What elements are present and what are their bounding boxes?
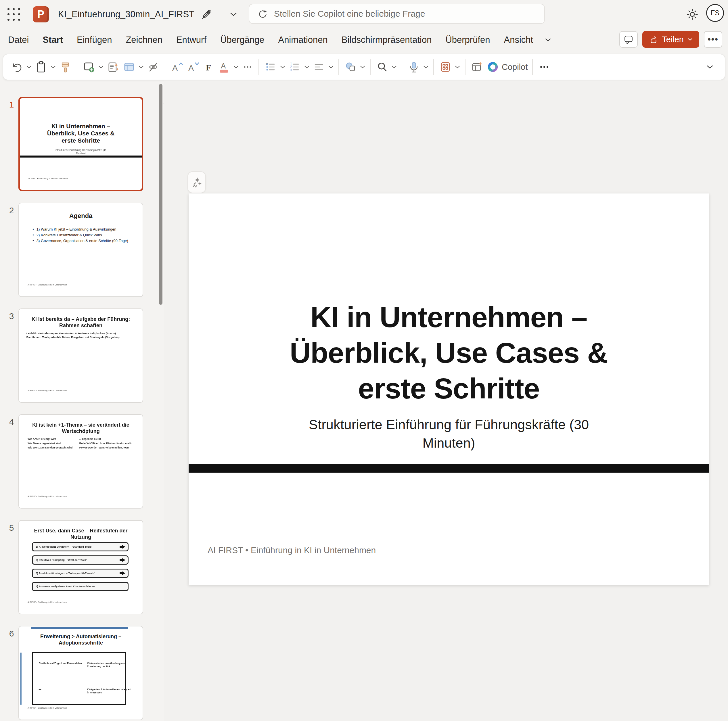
thumbnail-quadrant-text: — xyxy=(39,688,83,691)
slide-title-line: KI in Unternehmen – xyxy=(189,299,709,335)
format-painter-icon[interactable] xyxy=(57,59,73,75)
thumbnail-footer: AI FIRST • Einführung in KI in Unternehm… xyxy=(29,177,68,179)
layout-dropdown-chevron-icon[interactable] xyxy=(137,64,145,70)
ribbon-overflow-ellipsis-icon[interactable] xyxy=(536,60,552,75)
shapes-button[interactable] xyxy=(343,59,359,75)
designer-icon[interactable] xyxy=(105,59,121,75)
font-color-dropdown-chevron-icon[interactable] xyxy=(232,64,240,70)
new-slide-button[interactable] xyxy=(81,59,97,75)
copilot-button[interactable]: Copilot xyxy=(485,59,529,75)
powerpoint-web-app: P KI_Einfuehrung_30min_AI_FIRST Stellen … xyxy=(0,0,728,721)
thumbnail-number: 2 xyxy=(6,206,17,215)
collapse-ribbon-chevron-icon[interactable] xyxy=(705,63,715,71)
menu-tab-datei[interactable]: Datei xyxy=(8,35,29,45)
thumbnail-step-box: 4) Prozesse analysieren & mit KI automat… xyxy=(32,582,128,591)
hide-slide-icon[interactable] xyxy=(145,59,161,75)
new-slide-dropdown-chevron-icon[interactable] xyxy=(97,64,105,70)
paste-button[interactable] xyxy=(33,59,49,75)
increase-font-size-button[interactable]: A xyxy=(169,59,185,75)
powerpoint-app-icon[interactable]: P xyxy=(33,6,49,23)
menu-tab-entwurf[interactable]: Entwurf xyxy=(176,35,206,45)
slide-subtitle[interactable]: Strukturierte Einführung für Führungskrä… xyxy=(189,415,709,452)
thumbnail-step-boxes: 1) KI-Kompetenz verankern – 'Standard-To… xyxy=(32,542,128,595)
menu-overflow-chevron-icon[interactable] xyxy=(544,38,551,42)
menu-tab-animationen[interactable]: Animationen xyxy=(278,35,327,45)
copilot-search-input[interactable]: Stellen Sie Copilot eine beliebige Frage xyxy=(249,4,545,24)
slide-grid-dropdown-chevron-icon[interactable] xyxy=(453,64,462,70)
menu-tab-bildschirmpräsentation[interactable]: Bildschirmpräsentation xyxy=(341,35,432,45)
ribbon-toolbar: A A F A xyxy=(3,54,725,80)
comments-button[interactable] xyxy=(619,31,638,48)
user-avatar[interactable]: FS xyxy=(706,4,724,22)
undo-button[interactable] xyxy=(9,59,25,75)
menu-tab-übergänge[interactable]: Übergänge xyxy=(220,35,264,45)
search-button[interactable] xyxy=(374,59,390,75)
comment-icon xyxy=(623,34,634,45)
layout-icon[interactable] xyxy=(121,59,137,75)
slide-thumbnail-6[interactable]: Erweiterung > Automatisierung –Adoptions… xyxy=(18,626,143,720)
slide-thumbnail-1[interactable]: KI in Unternehmen –Überblick, Use Cases … xyxy=(18,97,143,191)
shapes-dropdown-chevron-icon[interactable] xyxy=(359,64,367,70)
share-button[interactable]: Teilen xyxy=(642,31,699,48)
filename-dropdown-chevron-icon[interactable] xyxy=(230,12,237,17)
thumbnail-divider-bar xyxy=(20,156,142,157)
copilot-button-label: Copilot xyxy=(502,63,528,72)
slide-thumbnail-2[interactable]: Agenda•1) Warum KI jetzt – Einordnung & … xyxy=(18,203,143,297)
slide-title[interactable]: KI in Unternehmen – Überblick, Use Cases… xyxy=(189,299,709,406)
app-launcher-waffle-icon[interactable] xyxy=(6,6,22,23)
font-overflow-ellipsis-icon[interactable] xyxy=(240,60,255,75)
dictate-microphone-button[interactable] xyxy=(406,59,422,75)
paste-dropdown-chevron-icon[interactable] xyxy=(49,64,57,70)
slide-footer[interactable]: AI FIRST • Einführung in KI in Unternehm… xyxy=(208,545,376,555)
thumbnail-quadrant-box xyxy=(32,652,126,705)
menu-tab-ansicht[interactable]: Ansicht xyxy=(504,35,533,45)
designer-suggestions-button[interactable] xyxy=(187,171,206,193)
thumbnail-title: Agenda xyxy=(23,212,139,219)
settings-gear-icon[interactable] xyxy=(685,8,699,21)
slide-grid-view-button[interactable] xyxy=(437,59,453,75)
no-edit-pen-icon xyxy=(200,8,213,21)
menu-tabs: DateiStartEinfügenZeichnenEntwurfÜbergän… xyxy=(8,35,533,45)
thumbnail-footer: AI FIRST • Einführung in KI in Unternehm… xyxy=(28,601,67,603)
menu-tab-einfügen[interactable]: Einfügen xyxy=(77,35,112,45)
dictate-dropdown-chevron-icon[interactable] xyxy=(422,64,430,70)
search-dropdown-chevron-icon[interactable] xyxy=(390,64,398,70)
thumbnail-number: 5 xyxy=(6,523,17,533)
thumbnail-left-accent-bar xyxy=(20,652,21,704)
bullet-list-dropdown-chevron-icon[interactable] xyxy=(278,64,287,70)
arrow-right-icon xyxy=(122,571,125,575)
thumbnail-number: 4 xyxy=(6,417,17,427)
bullet-list-button[interactable] xyxy=(263,59,278,75)
numbered-list-dropdown-chevron-icon[interactable] xyxy=(303,64,311,70)
align-button[interactable] xyxy=(311,59,327,75)
more-options-button[interactable]: ••• xyxy=(704,31,722,48)
font-color-button[interactable]: A xyxy=(216,59,232,75)
svg-text:F: F xyxy=(206,63,211,72)
menu-tab-überprüfen[interactable]: Überprüfen xyxy=(445,35,490,45)
ellipsis-icon: ••• xyxy=(708,35,719,44)
share-button-label: Teilen xyxy=(662,35,684,44)
decrease-font-size-button[interactable]: A xyxy=(185,59,201,75)
slide-divider-bar[interactable] xyxy=(189,464,709,473)
slide-canvas[interactable]: KI in Unternehmen – Überblick, Use Cases… xyxy=(189,194,709,585)
svg-text:3: 3 xyxy=(290,68,292,72)
menu-tab-zeichnen[interactable]: Zeichnen xyxy=(125,35,162,45)
thumbnail-scrollbar[interactable] xyxy=(159,84,162,305)
undo-dropdown-chevron-icon[interactable] xyxy=(25,64,33,70)
slide-thumbnail-5[interactable]: Erst Use, dann Case – Reifestufen derNut… xyxy=(18,520,143,614)
bold-button[interactable]: F xyxy=(201,59,216,75)
share-icon xyxy=(648,35,658,44)
align-dropdown-chevron-icon[interactable] xyxy=(327,64,335,70)
numbered-list-button[interactable]: 1 2 3 xyxy=(287,59,303,75)
slide-thumbnail-4[interactable]: KI ist kein +1-Thema – sie verändert die… xyxy=(18,414,143,509)
slide-thumbnail-panel: 1KI in Unternehmen –Überblick, Use Cases… xyxy=(0,81,164,721)
slide-title-line: Überblick, Use Cases & xyxy=(189,335,709,371)
slide-thumbnail-3[interactable]: KI ist bereits da – Aufgabe der Führung:… xyxy=(18,309,143,403)
menu-tab-start[interactable]: Start xyxy=(43,35,63,45)
thumbnail-two-column-text: Wie Arbeit erledigt wird... Ergebnis ble… xyxy=(28,437,143,449)
designer-pane-icon[interactable] xyxy=(469,59,485,75)
thumbnail-title: KI in Unternehmen –Überblick, Use Cases … xyxy=(24,122,138,144)
document-filename[interactable]: KI_Einfuehrung_30min_AI_FIRST xyxy=(58,9,195,20)
slide-title-line: erste Schritte xyxy=(189,371,709,406)
thumbnail-quadrant-text: KI-Assistenten pro Abteilung als Erweite… xyxy=(87,662,132,668)
